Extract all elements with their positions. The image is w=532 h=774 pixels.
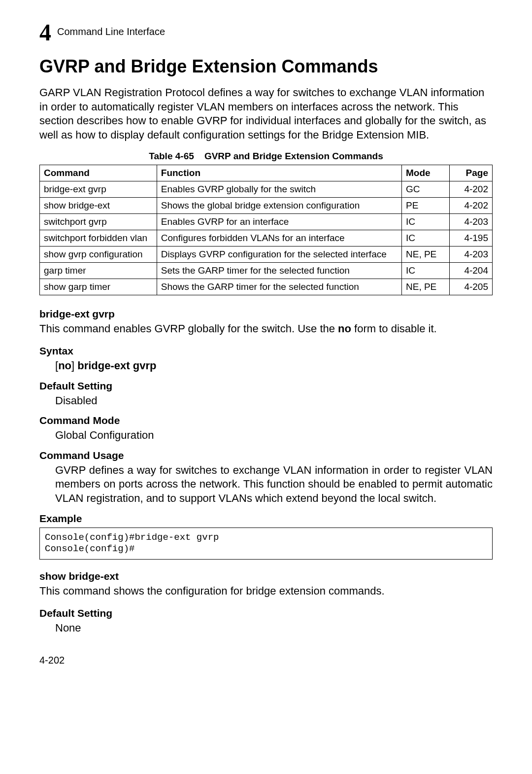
cell-page: 4-203 — [450, 214, 493, 230]
cell-mode: NE, PE — [402, 279, 450, 295]
table-header-row: Command Function Mode Page — [40, 165, 493, 181]
cell-mode: NE, PE — [402, 246, 450, 263]
syntax-line: [no] bridge-ext gvrp — [55, 359, 493, 373]
chapter-number-icon: 4 — [39, 21, 51, 44]
th-page: Page — [450, 165, 493, 181]
cell-function: Displays GVRP configuration for the sele… — [157, 246, 401, 263]
cell-function: Shows the global bridge extension config… — [157, 198, 401, 214]
cell-page: 4-205 — [450, 279, 493, 295]
cell-command: switchport forbidden vlan — [40, 230, 157, 246]
command-description-2: This command shows the configuration for… — [39, 584, 493, 598]
page-title: GVRP and Bridge Extension Commands — [39, 56, 493, 77]
cell-mode: GC — [402, 181, 450, 198]
table-row: show bridge-ext Shows the global bridge … — [40, 198, 493, 214]
cell-command: show garp timer — [40, 279, 157, 295]
table-caption: Table 4-65 GVRP and Bridge Extension Com… — [39, 151, 493, 162]
page-number: 4-202 — [39, 655, 493, 666]
command-mode-heading: Command Mode — [39, 415, 493, 426]
table-row: show garp timer Shows the GARP timer for… — [40, 279, 493, 295]
default-setting-heading-2: Default Setting — [39, 607, 493, 619]
cell-function: Configures forbidden VLANs for an interf… — [157, 230, 401, 246]
syntax-cmd: bridge-ext gvrp — [77, 359, 156, 372]
th-command: Command — [40, 165, 157, 181]
command-description: This command enables GVRP globally for t… — [39, 322, 493, 336]
cell-function: Shows the GARP timer for the selected fu… — [157, 279, 401, 295]
page-header: 4 Command Line Interface — [39, 20, 493, 43]
cell-mode: IC — [402, 230, 450, 246]
th-function: Function — [157, 165, 401, 181]
cell-command: show bridge-ext — [40, 198, 157, 214]
cell-page: 4-202 — [450, 198, 493, 214]
cell-mode: PE — [402, 198, 450, 214]
cell-page: 4-202 — [450, 181, 493, 198]
cell-page: 4-195 — [450, 230, 493, 246]
command-name-heading: bridge-ext gvrp — [39, 308, 493, 320]
header-label: Command Line Interface — [57, 26, 165, 37]
command-mode-value: Global Configuration — [55, 428, 493, 443]
table-row: bridge-ext gvrp Enables GVRP globally fo… — [40, 181, 493, 198]
table-row: switchport forbidden vlan Configures for… — [40, 230, 493, 246]
desc-bold: no — [338, 322, 351, 335]
table-row: garp timer Sets the GARP timer for the s… — [40, 263, 493, 279]
command-usage-heading: Command Usage — [39, 450, 493, 461]
table-caption-prefix: Table 4-65 — [149, 151, 194, 161]
command-name-heading-2: show bridge-ext — [39, 570, 493, 582]
cell-mode: IC — [402, 263, 450, 279]
cell-page: 4-204 — [450, 263, 493, 279]
cell-command: switchport gvrp — [40, 214, 157, 230]
default-setting-value: Disabled — [55, 394, 493, 408]
default-setting-value-2: None — [55, 621, 493, 635]
commands-table: Command Function Mode Page bridge-ext gv… — [39, 165, 493, 295]
command-usage-text: GVRP defines a way for switches to excha… — [55, 463, 493, 506]
example-heading: Example — [39, 513, 493, 525]
example-code: Console(config)#bridge-ext gvrp Console(… — [39, 528, 493, 560]
cell-function: Enables GVRP globally for the switch — [157, 181, 401, 198]
desc-prefix: This command enables GVRP globally for t… — [39, 322, 338, 335]
cell-command: garp timer — [40, 263, 157, 279]
cell-mode: IC — [402, 214, 450, 230]
cell-function: Enables GVRP for an interface — [157, 214, 401, 230]
cell-function: Sets the GARP timer for the selected fun… — [157, 263, 401, 279]
cell-command: show gvrp configuration — [40, 246, 157, 263]
syntax-heading: Syntax — [39, 345, 493, 357]
cell-command: bridge-ext gvrp — [40, 181, 157, 198]
table-row: show gvrp configuration Displays GVRP co… — [40, 246, 493, 263]
bracket-close: ] — [71, 359, 77, 372]
syntax-no: no — [58, 359, 71, 372]
desc-suffix: form to disable it. — [351, 322, 437, 335]
th-mode: Mode — [402, 165, 450, 181]
default-setting-heading: Default Setting — [39, 380, 493, 392]
table-caption-text: GVRP and Bridge Extension Commands — [204, 151, 383, 161]
table-row: switchport gvrp Enables GVRP for an inte… — [40, 214, 493, 230]
intro-paragraph: GARP VLAN Registration Protocol defines … — [39, 86, 493, 142]
page: 4 Command Line Interface GVRP and Bridge… — [0, 0, 532, 681]
cell-page: 4-203 — [450, 246, 493, 263]
